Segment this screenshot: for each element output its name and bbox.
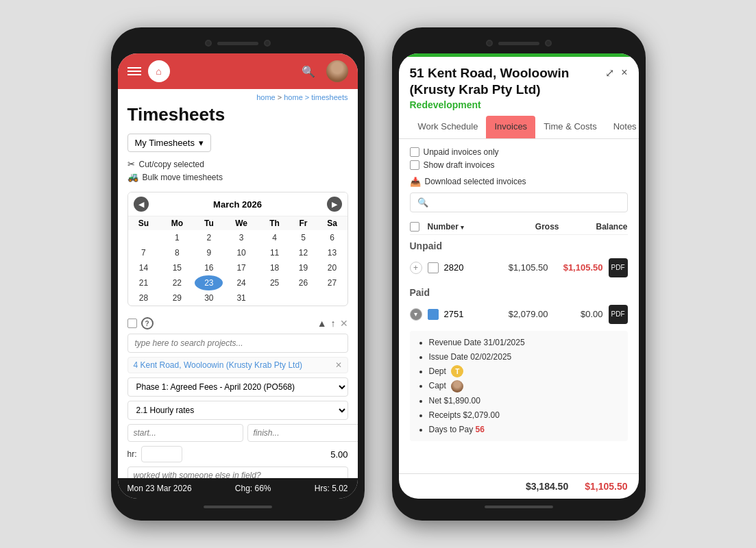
cal-cell[interactable]: 14: [128, 260, 160, 275]
invoice-header-actions: ⤢ ×: [605, 66, 627, 79]
unpaid-only-filter: Unpaid invoices only: [410, 147, 628, 157]
cal-cell[interactable]: 11: [260, 245, 290, 260]
tab-invoices[interactable]: Invoices: [486, 116, 535, 138]
calendar-prev-button[interactable]: ◀: [134, 197, 149, 212]
coworker-input[interactable]: [127, 466, 348, 478]
cal-day-tu: Tu: [195, 216, 223, 231]
cal-cell[interactable]: 18: [260, 260, 290, 275]
cal-cell-today[interactable]: 23: [195, 275, 223, 290]
cal-cell[interactable]: 10: [223, 245, 259, 260]
cal-cell[interactable]: 3: [223, 230, 259, 245]
expand-row-button[interactable]: +: [410, 262, 422, 274]
invoice-filters: Unpaid invoices only Show draft invoices: [410, 147, 628, 170]
rate-select[interactable]: 2.1 Hourly rates: [127, 401, 348, 420]
left-phone-screen: ⌂ 🔍 home > home > timesheets Timesheets: [118, 53, 358, 499]
form-arrows: ▲ ↑ ✕: [317, 318, 348, 329]
breadcrumb-timesheets[interactable]: home > timesheets: [284, 93, 347, 101]
cal-cell[interactable]: 7: [128, 245, 160, 260]
detail-revenue-date: Revenue Date 31/01/2025: [429, 336, 620, 349]
cal-cell[interactable]: [290, 290, 317, 306]
cal-cell[interactable]: 15: [159, 260, 195, 275]
cal-cell[interactable]: 25: [260, 275, 290, 290]
invoice-table-header: Number ▾ Gross Balance: [410, 219, 628, 235]
invoice-number: 2820: [444, 262, 493, 273]
breadcrumb-home[interactable]: home: [256, 93, 276, 101]
phase-select[interactable]: Phase 1: Agreed Fees - April 2020 (PO568…: [127, 377, 348, 397]
tab-notes[interactable]: Notes: [605, 116, 639, 138]
project-link[interactable]: 4 Kent Road, Wooloowin (Krusty Krab Pty …: [134, 360, 303, 370]
header-logo[interactable]: ⌂: [148, 60, 170, 82]
cal-cell[interactable]: 28: [128, 290, 160, 306]
invoice-gross: $1,105.50: [499, 262, 548, 273]
hours-input[interactable]: [141, 446, 182, 462]
arrow-up[interactable]: ↑: [331, 318, 336, 329]
detail-issue-date: Issue Date 02/02/2025: [429, 351, 620, 363]
remove-project-button[interactable]: ✕: [335, 360, 342, 370]
right-phone-bottom: [399, 506, 639, 508]
cal-cell[interactable]: [317, 290, 347, 306]
search-projects-input[interactable]: [127, 334, 348, 353]
close-form-button[interactable]: ✕: [340, 318, 348, 329]
cal-cell[interactable]: 6: [317, 230, 347, 245]
timesheet-form: ? ▲ ↑ ✕ 4 Kent Road, Wooloowin (Krusty K…: [118, 312, 358, 478]
cal-cell[interactable]: 8: [159, 245, 195, 260]
unpaid-only-checkbox[interactable]: [410, 147, 419, 157]
paid-invoice-checkbox[interactable]: [428, 309, 439, 320]
cal-cell[interactable]: 26: [290, 275, 317, 290]
left-phone-bottom: [118, 506, 358, 508]
cal-cell[interactable]: 13: [317, 245, 347, 260]
cal-cell[interactable]: 16: [195, 260, 223, 275]
finish-time-input[interactable]: [247, 424, 358, 442]
cal-cell[interactable]: 12: [290, 245, 317, 260]
cal-cell[interactable]: 19: [290, 260, 317, 275]
cal-cell[interactable]: 2: [195, 230, 223, 245]
cut-copy-action[interactable]: ✂ Cut/copy selected: [127, 159, 348, 169]
invoice-pdf-button[interactable]: PDF: [609, 258, 628, 277]
show-draft-checkbox[interactable]: [410, 160, 419, 170]
start-time-input[interactable]: [127, 424, 243, 442]
collapse-row-button[interactable]: ▾: [410, 308, 422, 321]
cal-cell[interactable]: 27: [317, 275, 347, 290]
cal-cell[interactable]: 20: [317, 260, 347, 275]
home-indicator: [204, 506, 272, 508]
cal-cell[interactable]: 21: [128, 275, 160, 290]
detail-capt: Capt: [429, 379, 620, 393]
bulk-move-action[interactable]: 🚜 Bulk move timesheets: [127, 172, 348, 182]
col-balance-header: Balance: [565, 222, 628, 232]
download-invoices-row[interactable]: 📥 Download selected invoices: [410, 177, 628, 187]
cal-cell[interactable]: [260, 290, 290, 306]
cal-cell[interactable]: 30: [195, 290, 223, 306]
tab-work-schedule[interactable]: Work Schedule: [410, 116, 487, 138]
search-icon[interactable]: 🔍: [297, 60, 319, 82]
cal-cell[interactable]: 29: [159, 290, 195, 306]
close-icon[interactable]: ×: [621, 66, 627, 79]
cal-cell[interactable]: 9: [195, 245, 223, 260]
cal-cell[interactable]: [128, 230, 160, 245]
cal-cell[interactable]: 1: [159, 230, 195, 245]
help-button[interactable]: ?: [141, 317, 154, 329]
detail-net: Net $1,890.00: [429, 395, 620, 407]
hamburger-menu[interactable]: [127, 67, 141, 75]
avatar[interactable]: [326, 60, 348, 82]
cal-cell[interactable]: 17: [223, 260, 259, 275]
paid-invoice-pdf-button[interactable]: PDF: [609, 305, 628, 324]
arrow-up-filled[interactable]: ▲: [317, 318, 327, 329]
tab-time-costs[interactable]: Time & Costs: [535, 116, 605, 138]
cal-cell[interactable]: 4: [260, 230, 290, 245]
invoice-row-checkbox[interactable]: [428, 262, 439, 273]
cal-cell[interactable]: 31: [223, 290, 259, 306]
invoice-detail-panel: Revenue Date 31/01/2025 Issue Date 02/02…: [410, 331, 628, 441]
calendar-next-button[interactable]: ▶: [327, 197, 342, 212]
expand-icon[interactable]: ⤢: [605, 66, 614, 79]
select-all-checkbox[interactable]: [410, 222, 419, 232]
calendar-grid: Su Mo Tu We Th Fr Sa: [128, 216, 347, 306]
cal-cell[interactable]: 24: [223, 275, 259, 290]
my-timesheets-dropdown[interactable]: My Timesheets ▾: [127, 134, 211, 152]
form-checkbox[interactable]: [127, 319, 137, 328]
cal-cell[interactable]: 22: [159, 275, 195, 290]
detail-days-to-pay: Days to Pay 56: [429, 423, 620, 436]
capt-avatar: [451, 380, 463, 393]
invoice-search-input[interactable]: [410, 192, 628, 212]
calendar-header: ◀ March 2026 ▶: [128, 192, 347, 216]
cal-cell[interactable]: 5: [290, 230, 317, 245]
